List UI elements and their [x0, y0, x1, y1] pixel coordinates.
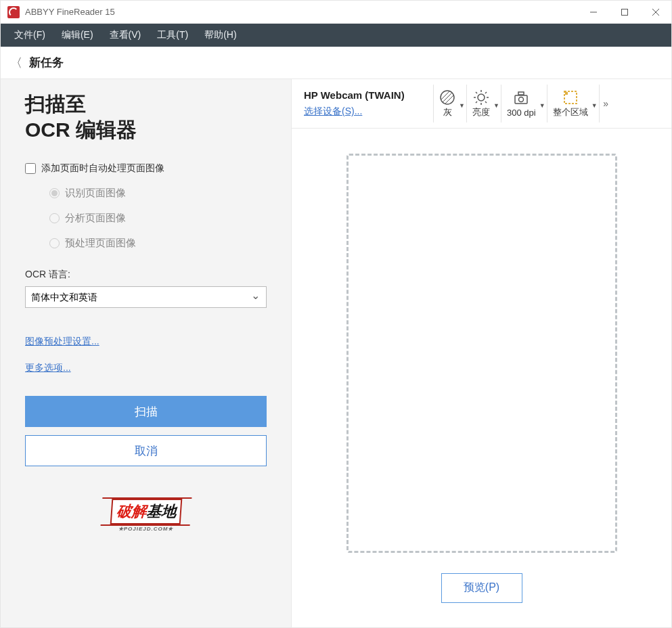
stamp-text-b: 基地	[145, 503, 177, 520]
minimize-icon	[589, 8, 598, 16]
halftone-icon	[439, 89, 455, 106]
resolution-icon	[513, 90, 529, 108]
svg-line-14	[485, 102, 487, 103]
page-title: 扫描至 OCR 编辑器	[25, 91, 267, 142]
radio-preprocess-label[interactable]: 预处理页面图像	[65, 237, 136, 250]
svg-point-19	[519, 97, 524, 102]
ocr-lang-select[interactable]: 简体中文和英语	[25, 286, 267, 308]
heading-line2: OCR 编辑器	[25, 118, 137, 141]
caret-down-icon: ▼	[459, 102, 465, 109]
scan-button[interactable]: 扫描	[25, 396, 267, 427]
svg-point-8	[478, 94, 485, 101]
task-title: 新任务	[29, 55, 64, 70]
scan-toolbar: HP Webcam (TWAIN) 选择设备(S)... 灰 ▼ 亮度 ▼	[292, 79, 671, 129]
tool-resolution-label: 300 dpi	[507, 108, 536, 118]
svg-line-15	[476, 102, 477, 103]
radio-recognize[interactable]	[49, 188, 60, 198]
heading-line1: 扫描至	[25, 93, 86, 115]
back-chevron-icon[interactable]: 〈	[10, 55, 22, 71]
device-block: HP Webcam (TWAIN) 选择设备(S)...	[304, 89, 422, 118]
more-options-link[interactable]: 更多选项...	[25, 362, 71, 374]
preview-button[interactable]: 预览(P)	[441, 573, 522, 603]
menu-view[interactable]: 查看(V)	[102, 25, 150, 45]
brightness-icon	[473, 89, 489, 106]
task-header: 〈 新任务	[1, 47, 671, 79]
watermark-stamp: 破解基地 ★POJIEJD.COM★	[25, 499, 267, 532]
ocr-lang-label: OCR 语言:	[25, 269, 267, 281]
right-panel: HP Webcam (TWAIN) 选择设备(S)... 灰 ▼ 亮度 ▼	[292, 79, 671, 627]
svg-rect-21	[565, 92, 568, 95]
tool-resolution[interactable]: 300 dpi ▼	[501, 85, 547, 122]
select-device-link[interactable]: 选择设备(S)...	[304, 106, 362, 116]
caret-down-icon: ▼	[493, 102, 499, 109]
maximize-button[interactable]	[609, 1, 640, 24]
auto-process-label[interactable]: 添加页面时自动处理页面图像	[41, 162, 164, 175]
stamp-sub: ★POJIEJD.COM★	[25, 526, 267, 532]
tool-brightness-label: 亮度	[472, 106, 490, 118]
region-icon	[562, 89, 579, 106]
maximize-icon	[621, 8, 629, 16]
toolbar-more-button[interactable]: »	[599, 85, 612, 122]
tool-colormode[interactable]: 灰 ▼	[433, 85, 466, 122]
menu-file[interactable]: 文件(F)	[6, 25, 53, 45]
device-name: HP Webcam (TWAIN)	[304, 89, 422, 101]
radio-preprocess[interactable]	[49, 238, 60, 248]
stamp-text-a: 破解	[116, 503, 147, 520]
app-icon	[7, 6, 20, 18]
svg-rect-1	[622, 9, 628, 15]
tool-region-label: 整个区域	[553, 106, 588, 118]
minimize-button[interactable]	[578, 1, 609, 24]
tool-colormode-label: 灰	[443, 106, 452, 118]
preview-placeholder	[346, 154, 617, 553]
svg-line-13	[476, 92, 477, 93]
radio-analyze[interactable]	[49, 213, 60, 223]
tool-region[interactable]: 整个区域 ▼	[547, 85, 599, 122]
close-button[interactable]	[640, 1, 671, 24]
menu-tools[interactable]: 工具(T)	[149, 25, 196, 45]
svg-rect-18	[518, 92, 524, 95]
tool-brightness[interactable]: 亮度 ▼	[466, 85, 501, 122]
cancel-button[interactable]: 取消	[25, 435, 267, 466]
left-panel: 扫描至 OCR 编辑器 添加页面时自动处理页面图像 识别页面图像 分析页面图像 …	[1, 79, 292, 627]
preprocess-settings-link[interactable]: 图像预处理设置...	[25, 336, 99, 348]
app-title: ABBYY FineReader 15	[25, 7, 115, 17]
svg-line-5	[443, 93, 452, 102]
radio-analyze-label[interactable]: 分析页面图像	[65, 212, 126, 225]
menu-help[interactable]: 帮助(H)	[196, 25, 244, 45]
menubar: 文件(F) 编辑(E) 查看(V) 工具(T) 帮助(H)	[1, 24, 671, 47]
preview-area: 预览(P)	[292, 129, 671, 627]
titlebar: ABBYY FineReader 15	[1, 1, 671, 24]
close-icon	[652, 8, 660, 16]
caret-down-icon: ▼	[539, 102, 545, 109]
auto-process-checkbox[interactable]	[25, 163, 36, 174]
radio-group: 识别页面图像 分析页面图像 预处理页面图像	[25, 187, 267, 250]
svg-line-16	[485, 92, 487, 93]
menu-edit[interactable]: 编辑(E)	[53, 25, 102, 45]
caret-down-icon: ▼	[591, 102, 598, 109]
radio-recognize-label[interactable]: 识别页面图像	[65, 187, 126, 200]
